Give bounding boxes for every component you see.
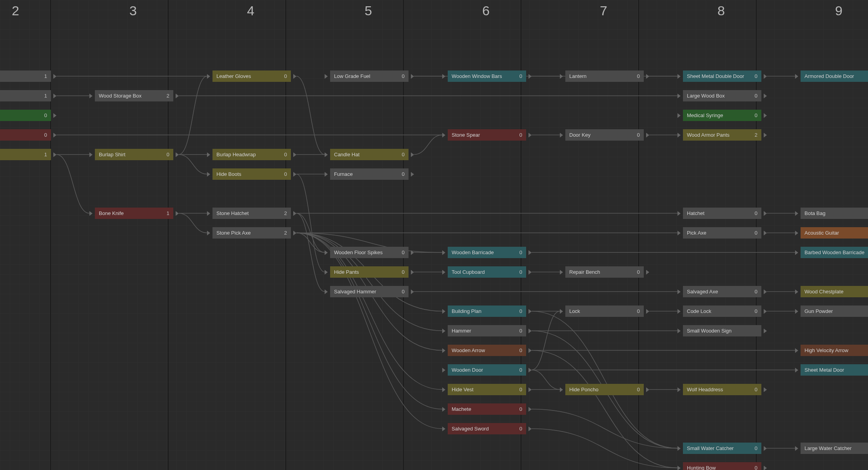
node-label: Door Key <box>569 132 590 138</box>
tech-node[interactable]: Stone Pick Axe2 <box>212 227 291 239</box>
tech-node[interactable]: Door Key0 <box>565 129 644 141</box>
tech-node[interactable]: Wooden Arrow0 <box>448 345 526 356</box>
tech-node[interactable]: Wood Armor Pants2 <box>683 129 761 141</box>
node-label: Candle Hat <box>334 152 360 157</box>
tech-node[interactable]: Lantern0 <box>565 70 644 82</box>
tech-node[interactable]: Wooden Floor Spikes0 <box>330 247 409 258</box>
tier-label: 6 <box>482 3 490 18</box>
tech-node[interactable]: Machete0 <box>448 403 526 415</box>
tech-node[interactable]: Burlap Headwrap0 <box>212 149 291 160</box>
tech-node[interactable]: Trousers1 <box>0 149 51 160</box>
tech-node[interactable]: Leather Gloves0 <box>212 70 291 82</box>
tech-node[interactable]: Candle Hat0 <box>330 149 409 160</box>
node-count: 0 <box>402 269 405 275</box>
node-count: 0 <box>755 465 757 470</box>
tech-node[interactable]: Barbed Wooden Barricade <box>801 247 868 258</box>
tech-node[interactable]: tash1 <box>0 90 51 101</box>
node-count: 0 <box>637 132 640 138</box>
tech-node[interactable]: Salvaged Hammer0 <box>330 286 409 297</box>
node-label: Sheet Metal Door <box>804 367 844 373</box>
node-count: 0 <box>755 93 757 99</box>
tech-node[interactable]: Gun Powder <box>801 306 868 317</box>
node-count: 0 <box>402 152 405 157</box>
tech-node[interactable]: High Velocity Arrow <box>801 345 868 356</box>
tech-node[interactable]: Hide Pants0 <box>330 266 409 278</box>
node-count: 0 <box>519 328 522 334</box>
node-count: 0 <box>519 132 522 138</box>
tech-node[interactable]: Salvaged Sword0 <box>448 423 526 434</box>
tech-node[interactable]: Armored Double Door <box>801 70 868 82</box>
node-count: 0 <box>519 308 522 314</box>
tech-node[interactable]: Medical Syringe0 <box>683 110 761 121</box>
node-label: Wooden Window Bars <box>452 73 502 79</box>
tech-node[interactable]: Building Plan0 <box>448 306 526 317</box>
tech-node[interactable]: Sheet Metal Door <box>801 364 868 376</box>
tech-tree-canvas[interactable]: 23456789ap1tash1e0 Spear0Trousers1Wood S… <box>0 0 868 470</box>
tech-node[interactable]: ap1 <box>0 70 51 82</box>
tech-node[interactable]: Large Wood Box0 <box>683 90 761 101</box>
tech-node[interactable]: Wooden Window Bars0 <box>448 70 526 82</box>
tech-node[interactable]: Hatchet0 <box>683 208 761 219</box>
node-label: Machete <box>452 406 471 412</box>
node-label: Large Water Catcher <box>804 445 852 451</box>
tech-node[interactable]: Wooden Door0 <box>448 364 526 376</box>
tech-node[interactable]: Furnace0 <box>330 168 409 180</box>
tech-node[interactable]: Hunting Bow0 <box>683 462 761 470</box>
tech-node[interactable]: Bota Bag <box>801 208 868 219</box>
tech-node[interactable]: Code Lock0 <box>683 306 761 317</box>
node-count: 0 <box>167 152 169 157</box>
node-count: 0 <box>519 387 522 392</box>
tech-node[interactable]: Wood Chestplate <box>801 286 868 297</box>
node-label: Hide Vest <box>452 387 474 392</box>
tech-node[interactable]: Low Grade Fuel0 <box>330 70 409 82</box>
tech-node[interactable]: Acoustic Guitar <box>801 227 868 239</box>
node-label: Lock <box>569 308 580 314</box>
tech-node[interactable]: e0 <box>0 110 51 121</box>
tech-node[interactable]: Hide Vest0 <box>448 384 526 395</box>
node-count: 0 <box>519 426 522 432</box>
tech-node[interactable]: Bone Knife1 <box>95 208 173 219</box>
node-count: 0 <box>637 308 640 314</box>
tech-node[interactable]: Pick Axe0 <box>683 227 761 239</box>
tech-node[interactable]: Small Water Catcher0 <box>683 443 761 454</box>
tier-label: 7 <box>600 3 607 18</box>
node-count: 1 <box>167 210 169 216</box>
node-label: Armored Double Door <box>804 73 854 79</box>
tech-node[interactable]: Salvaged Axe0 <box>683 286 761 297</box>
node-count: 0 <box>637 269 640 275</box>
node-count: 0 <box>402 289 405 295</box>
node-label: Leather Gloves <box>216 73 251 79</box>
tech-node[interactable]: Lock0 <box>565 306 644 317</box>
tech-node[interactable]: Repair Bench0 <box>565 266 644 278</box>
node-label: Furnace <box>334 171 353 177</box>
node-count: 2 <box>167 93 169 99</box>
node-count: 0 <box>284 171 287 177</box>
tier-label: 9 <box>835 3 843 18</box>
node-count: 1 <box>44 152 47 157</box>
tech-node[interactable]: Small Wooden Sign <box>683 325 761 336</box>
tech-node[interactable]: Wolf Headdress0 <box>683 384 761 395</box>
node-count: 0 <box>284 73 287 79</box>
tech-node[interactable]: Large Water Catcher <box>801 443 868 454</box>
node-label: Building Plan <box>452 308 481 314</box>
tier-label: 3 <box>129 3 137 18</box>
tech-node[interactable]: Burlap Shirt0 <box>95 149 173 160</box>
tech-node[interactable]: Stone Spear0 <box>448 129 526 141</box>
node-count: 0 <box>519 249 522 255</box>
tech-node[interactable]: Hide Poncho0 <box>565 384 644 395</box>
tech-node[interactable]: Hammer0 <box>448 325 526 336</box>
tech-node[interactable]: Spear0 <box>0 129 51 141</box>
tech-node[interactable]: Wood Storage Box2 <box>95 90 173 101</box>
tech-node[interactable]: Wooden Barricade0 <box>448 247 526 258</box>
node-label: High Velocity Arrow <box>804 347 848 353</box>
node-label: Medical Syringe <box>687 112 723 118</box>
node-count: 0 <box>519 406 522 412</box>
node-label: Pick Axe <box>687 230 706 236</box>
tech-node[interactable]: Hide Boots0 <box>212 168 291 180</box>
tech-node[interactable]: Sheet Metal Double Door0 <box>683 70 761 82</box>
tech-node[interactable]: Tool Cupboard0 <box>448 266 526 278</box>
tech-node[interactable]: Stone Hatchet2 <box>212 208 291 219</box>
node-count: 0 <box>402 249 405 255</box>
node-label: Wolf Headdress <box>687 387 723 392</box>
node-label: Acoustic Guitar <box>804 230 839 236</box>
